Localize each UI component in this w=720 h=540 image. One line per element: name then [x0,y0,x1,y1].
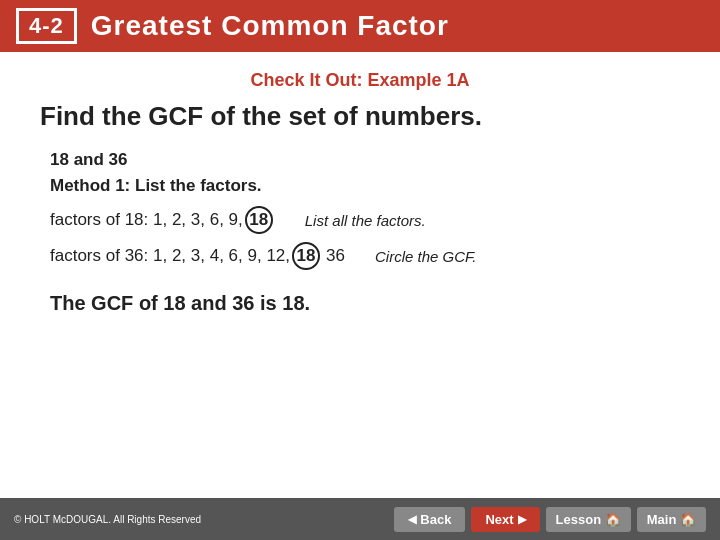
factors-18-circled: 18 [245,206,273,234]
next-button[interactable]: Next ▶ [471,507,539,532]
lesson-home-icon: 🏠 [605,512,621,527]
factors-36-circled: 18 [292,242,320,270]
factors-18-prefix: factors of 18: 1, 2, 3, 6, 9, [50,210,243,230]
main-button[interactable]: Main 🏠 [637,507,706,532]
main-content: Check It Out: Example 1A Find the GCF of… [0,52,720,325]
factors-36-row: factors of 36: 1, 2, 3, 4, 6, 9, 12, 18 … [50,242,680,270]
main-label: Main [647,512,677,527]
find-gcf-instruction: Find the GCF of the set of numbers. [40,101,680,132]
lesson-label: Lesson [556,512,602,527]
footer: © HOLT McDOUGAL. All Rights Reserved ◀ B… [0,498,720,540]
next-arrow-icon: ▶ [518,513,526,526]
annotation-circle-gcf: Circle the GCF. [375,248,476,265]
gcf-result: The GCF of 18 and 36 is 18. [50,292,680,315]
back-arrow-icon: ◀ [408,513,416,526]
page-title: Greatest Common Factor [91,10,449,42]
lesson-badge: 4-2 [16,8,77,44]
lesson-button[interactable]: Lesson 🏠 [546,507,631,532]
header: 4-2 Greatest Common Factor [0,0,720,52]
method-label: Method 1: List the factors. [50,176,680,196]
main-home-icon: 🏠 [680,512,696,527]
copyright-text: © HOLT McDOUGAL. All Rights Reserved [14,514,201,525]
factors-36-suffix: 36 [326,246,345,266]
numbers-label: 18 and 36 [50,150,680,170]
back-label: Back [420,512,451,527]
factors-18-row: factors of 18: 1, 2, 3, 6, 9, 18 List al… [50,206,680,234]
subtitle: Check It Out: Example 1A [40,70,680,91]
next-label: Next [485,512,513,527]
factors-36-prefix: factors of 36: 1, 2, 3, 4, 6, 9, 12, [50,246,290,266]
nav-buttons: ◀ Back Next ▶ Lesson 🏠 Main 🏠 [394,507,706,532]
back-button[interactable]: ◀ Back [394,507,465,532]
annotation-list-factors: List all the factors. [305,212,426,229]
